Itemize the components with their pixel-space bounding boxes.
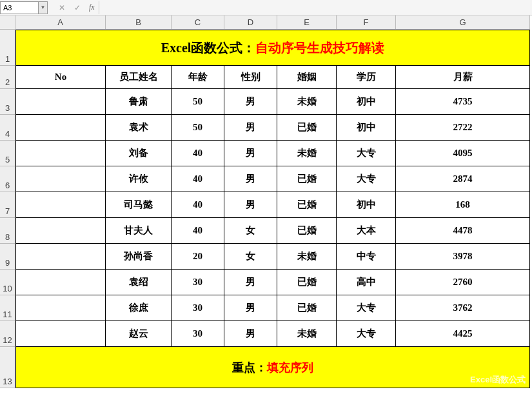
col-header-A[interactable]: A (15, 15, 106, 30)
cell-age[interactable]: 30 (172, 321, 224, 347)
cell-name[interactable]: 袁绍 (106, 270, 172, 295)
row-header-6[interactable]: 6 (0, 166, 15, 192)
cell-gender[interactable]: 男 (224, 141, 277, 166)
select-all-corner[interactable] (0, 15, 15, 30)
row-header-1[interactable]: 1 (0, 30, 15, 66)
cell-no[interactable] (15, 192, 106, 218)
cell-marriage[interactable]: 未婚 (277, 321, 337, 347)
header-name[interactable]: 员工姓名 (106, 66, 172, 89)
cell-name[interactable]: 赵云 (106, 321, 172, 347)
col-header-F[interactable]: F (337, 15, 396, 30)
cell-gender[interactable]: 男 (224, 89, 277, 115)
cell-no[interactable] (15, 270, 106, 295)
cell-marriage[interactable]: 已婚 (277, 218, 337, 244)
row-header-11[interactable]: 11 (0, 295, 15, 321)
cell-age[interactable]: 40 (172, 166, 224, 192)
cell-gender[interactable]: 男 (224, 321, 277, 347)
cell-marriage[interactable]: 未婚 (277, 244, 337, 270)
cell-age[interactable]: 30 (172, 270, 224, 295)
cell-age[interactable]: 30 (172, 295, 224, 321)
cell-education[interactable]: 大专 (337, 141, 396, 166)
cell-salary[interactable]: 3978 (396, 244, 530, 270)
col-header-E[interactable]: E (277, 15, 337, 30)
cell-name[interactable]: 甘夫人 (106, 218, 172, 244)
cell-age[interactable]: 50 (172, 89, 224, 115)
cell-gender[interactable]: 男 (224, 115, 277, 141)
cell-salary[interactable]: 4735 (396, 89, 530, 115)
header-age[interactable]: 年龄 (172, 66, 224, 89)
header-no[interactable]: No (15, 66, 106, 89)
col-header-B[interactable]: B (106, 15, 172, 30)
formula-input[interactable] (99, 1, 532, 14)
cell-marriage[interactable]: 已婚 (277, 192, 337, 218)
cell-marriage[interactable]: 已婚 (277, 166, 337, 192)
cell-marriage[interactable]: 未婚 (277, 89, 337, 115)
footer-cell[interactable]: 重点：填充序列Excel函数公式 (15, 347, 530, 388)
cell-age[interactable]: 40 (172, 141, 224, 166)
cell-education[interactable]: 大本 (337, 218, 396, 244)
cell-name[interactable]: 孙尚香 (106, 244, 172, 270)
cell-age[interactable]: 20 (172, 244, 224, 270)
confirm-icon[interactable]: ✓ (70, 1, 85, 14)
cell-no[interactable] (15, 115, 106, 141)
cell-education[interactable]: 大专 (337, 295, 396, 321)
cell-education[interactable]: 初中 (337, 89, 396, 115)
cell-name[interactable]: 刘备 (106, 141, 172, 166)
row-header-13[interactable]: 13 (0, 347, 15, 388)
fx-icon[interactable]: fx (85, 3, 99, 12)
cell-name[interactable]: 徐庶 (106, 295, 172, 321)
name-box-dropdown[interactable]: ▼ (39, 1, 48, 14)
col-header-D[interactable]: D (224, 15, 277, 30)
cell-age[interactable]: 50 (172, 115, 224, 141)
cell-marriage[interactable]: 已婚 (277, 115, 337, 141)
cell-age[interactable]: 40 (172, 192, 224, 218)
cell-salary[interactable]: 4095 (396, 141, 530, 166)
cell-salary[interactable]: 2722 (396, 115, 530, 141)
cell-gender[interactable]: 女 (224, 244, 277, 270)
row-header-2[interactable]: 2 (0, 66, 15, 89)
row-header-3[interactable]: 3 (0, 89, 15, 115)
cell-no[interactable] (15, 321, 106, 347)
cell-marriage[interactable]: 已婚 (277, 270, 337, 295)
cell-salary[interactable]: 2874 (396, 166, 530, 192)
cell-gender[interactable]: 男 (224, 166, 277, 192)
cell-education[interactable]: 初中 (337, 192, 396, 218)
cell-salary[interactable]: 4478 (396, 218, 530, 244)
cell-no[interactable] (15, 244, 106, 270)
name-box[interactable]: A3 (0, 1, 39, 14)
cell-marriage[interactable]: 未婚 (277, 141, 337, 166)
cell-education[interactable]: 大专 (337, 166, 396, 192)
header-gender[interactable]: 性别 (224, 66, 277, 89)
cell-education[interactable]: 中专 (337, 244, 396, 270)
row-header-8[interactable]: 8 (0, 218, 15, 244)
row-header-7[interactable]: 7 (0, 192, 15, 218)
cell-education[interactable]: 大专 (337, 321, 396, 347)
cell-gender[interactable]: 男 (224, 192, 277, 218)
cell-no[interactable] (15, 295, 106, 321)
header-education[interactable]: 学历 (337, 66, 396, 89)
cell-name[interactable]: 鲁肃 (106, 89, 172, 115)
cell-name[interactable]: 司马懿 (106, 192, 172, 218)
cell-age[interactable]: 40 (172, 218, 224, 244)
cell-name[interactable]: 许攸 (106, 166, 172, 192)
cell-no[interactable] (15, 218, 106, 244)
cell-no[interactable] (15, 89, 106, 115)
cell-education[interactable]: 初中 (337, 115, 396, 141)
cell-salary[interactable]: 3762 (396, 295, 530, 321)
title-cell[interactable]: Excel函数公式：自动序号生成技巧解读 (15, 30, 530, 66)
cell-education[interactable]: 高中 (337, 270, 396, 295)
cell-marriage[interactable]: 已婚 (277, 295, 337, 321)
cancel-icon[interactable]: ✕ (54, 1, 70, 14)
cell-salary[interactable]: 4425 (396, 321, 530, 347)
row-header-5[interactable]: 5 (0, 141, 15, 166)
row-header-4[interactable]: 4 (0, 115, 15, 141)
col-header-G[interactable]: G (396, 15, 530, 30)
row-header-9[interactable]: 9 (0, 244, 15, 270)
row-header-12[interactable]: 12 (0, 321, 15, 347)
row-header-10[interactable]: 10 (0, 270, 15, 295)
cell-no[interactable] (15, 141, 106, 166)
cell-gender[interactable]: 女 (224, 218, 277, 244)
cell-gender[interactable]: 男 (224, 295, 277, 321)
spreadsheet-grid[interactable]: Excel函数公式：自动序号生成技巧解读No员工姓名年龄性别婚姻学历月薪鲁肃50… (15, 30, 530, 388)
header-marriage[interactable]: 婚姻 (277, 66, 337, 89)
